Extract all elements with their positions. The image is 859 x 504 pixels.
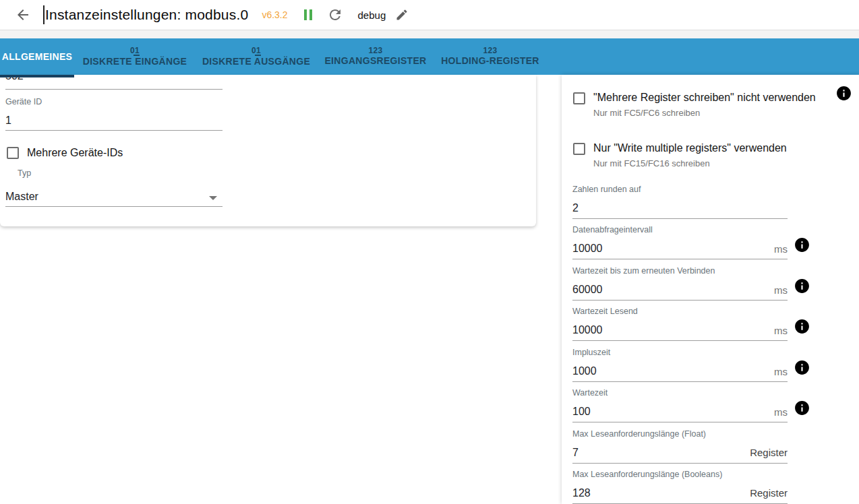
- only-multi-write-label[interactable]: Nur "Write multiple registers" verwenden: [593, 142, 787, 154]
- tab-label: HOLDING-REGISTER: [441, 55, 539, 67]
- version-badge: v6.3.2: [262, 9, 287, 20]
- tab-label: EINGANGSREGISTER: [324, 55, 426, 67]
- info-icon[interactable]: [794, 237, 810, 253]
- unit-suffix: Register: [572, 487, 788, 499]
- header-gap: [0, 30, 859, 38]
- info-icon[interactable]: [794, 318, 810, 335]
- input-underline: [572, 340, 788, 341]
- page-title: Instanzeinstellungen: modbus.0: [45, 7, 248, 23]
- tab-diskrete-eingaenge[interactable]: 01 DISKRETE EINGÄNGE: [78, 38, 192, 75]
- info-icon[interactable]: [794, 359, 810, 376]
- general-settings-card: 502 Geräte ID 1 Mehrere Geräte-IDs Typ M…: [0, 75, 536, 226]
- unit-suffix: Register: [572, 447, 788, 458]
- text-caret: [43, 5, 45, 24]
- unit-suffix: ms: [572, 406, 788, 418]
- info-icon[interactable]: [794, 400, 810, 416]
- input-underline: [572, 218, 788, 219]
- timing-settings-card: "Mehrere Register schreiben" nicht verwe…: [562, 75, 859, 504]
- only-multi-write-sublabel: Nur mit FC15/FC16 schreiben: [593, 158, 710, 168]
- chevron-down-icon[interactable]: [209, 196, 217, 200]
- type-select[interactable]: Master: [5, 191, 38, 203]
- binary-icon: 01: [251, 46, 261, 56]
- input-underline: [5, 130, 223, 131]
- poll-interval-label: Datenabfrageintervall: [572, 225, 653, 234]
- pause-icon[interactable]: [304, 9, 312, 20]
- unit-suffix: ms: [572, 325, 788, 336]
- input-underline: [572, 259, 788, 259]
- tab-bar: ALLGEMEINES 01 DISKRETE EINGÄNGE 01 DISK…: [0, 38, 859, 75]
- active-tab-indicator: [0, 75, 74, 77]
- device-id-label: Geräte ID: [5, 97, 42, 106]
- tab-diskrete-ausgaenge[interactable]: 01 DISKRETE AUSGÄNGE: [199, 38, 314, 75]
- no-multi-write-checkbox[interactable]: [573, 92, 585, 104]
- input-underline: [5, 206, 223, 207]
- input-underline: [572, 422, 788, 422]
- round-input[interactable]: 2: [572, 202, 579, 214]
- tab-label: ALLGEMEINES: [2, 51, 72, 63]
- read-wait-label: Wartezeit Lesend: [572, 307, 638, 316]
- log-level-text: debug: [358, 9, 386, 21]
- tab-holding-register[interactable]: 123 HOLDING-REGISTER: [433, 38, 547, 75]
- only-multi-write-checkbox[interactable]: [573, 143, 585, 155]
- reconnect-wait-label: Wartezeit bis zum erneuten Verbinden: [572, 266, 715, 276]
- back-arrow-icon[interactable]: [15, 7, 31, 23]
- device-id-input[interactable]: 1: [5, 115, 11, 127]
- info-icon[interactable]: [794, 278, 810, 294]
- dialog-header: Instanzeinstellungen: modbus.0 v6.3.2 de…: [0, 0, 859, 30]
- input-underline: [572, 463, 788, 464]
- round-label: Zahlen runden auf: [572, 185, 641, 194]
- tab-label: DISKRETE EINGÄNGE: [83, 56, 187, 67]
- multi-device-checkbox[interactable]: [7, 147, 19, 159]
- input-underline: [572, 381, 788, 382]
- max-read-float-label: Max Leseanforderungslänge (Float): [572, 429, 706, 439]
- no-multi-write-sublabel: Nur mit FC5/FC6 schreiben: [593, 108, 700, 118]
- numbers-icon: 123: [483, 46, 498, 55]
- refresh-icon[interactable]: [327, 7, 343, 23]
- unit-suffix: ms: [572, 284, 788, 296]
- edit-pencil-icon[interactable]: [395, 8, 409, 22]
- no-multi-write-label[interactable]: "Mehrere Register schreiben" nicht verwe…: [593, 92, 816, 104]
- multi-device-label[interactable]: Mehrere Geräte-IDs: [27, 147, 123, 159]
- numbers-icon: 123: [369, 46, 383, 55]
- tab-label: DISKRETE AUSGÄNGE: [202, 56, 310, 67]
- tab-eingangsregister[interactable]: 123 EINGANGSREGISTER: [318, 38, 433, 75]
- content-area: 502 Geräte ID 1 Mehrere Geräte-IDs Typ M…: [0, 75, 859, 504]
- wait-time-label: Wartezeit: [572, 388, 608, 398]
- unit-suffix: ms: [572, 243, 788, 255]
- input-underline: [572, 300, 788, 301]
- max-read-bool-label: Max Leseanforderungslänge (Booleans): [572, 470, 722, 479]
- tab-allgemeines[interactable]: ALLGEMEINES: [0, 38, 74, 75]
- info-icon[interactable]: [835, 85, 852, 102]
- binary-icon: 01: [130, 46, 140, 56]
- type-label: Typ: [18, 168, 31, 178]
- input-underline: [5, 89, 223, 90]
- pulse-time-label: Impluszeit: [572, 348, 610, 357]
- unit-suffix: ms: [572, 366, 788, 377]
